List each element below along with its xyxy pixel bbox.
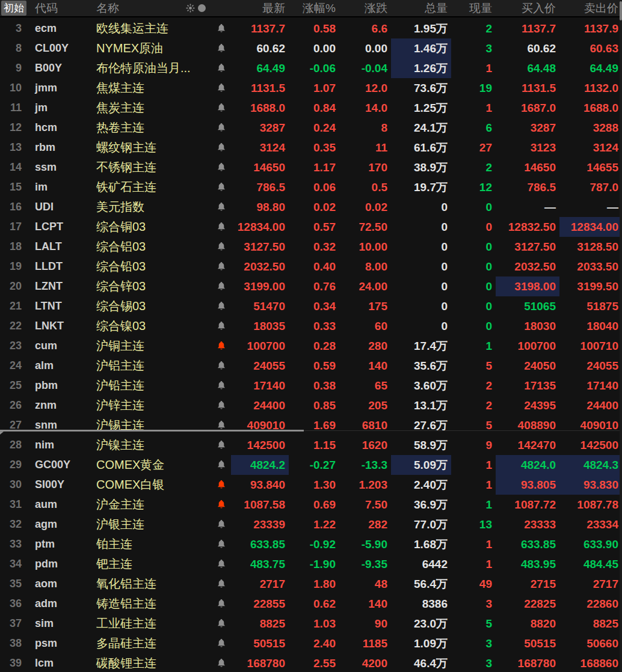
table-row[interactable]: 8 CL00Y NYMEX原油 60.62 0.00 0.00 1.46万 3 … bbox=[0, 38, 622, 58]
symbol-code: LNKT bbox=[29, 320, 91, 332]
alert-bell-icon[interactable] bbox=[212, 58, 231, 78]
alert-bell-icon[interactable] bbox=[212, 118, 231, 138]
alert-bell-icon[interactable] bbox=[212, 554, 231, 574]
row-number: 31 bbox=[0, 498, 29, 511]
table-row[interactable]: 21 LTNT 综合锡03 51470 0.34 175 0 0 51065 5… bbox=[0, 296, 622, 316]
table-row[interactable]: 22 LNKT 综合镍03 18035 0.33 60 0 0 18030 18… bbox=[0, 316, 622, 336]
alert-bell-icon[interactable] bbox=[212, 138, 231, 157]
col-header-bid[interactable]: 买入价 bbox=[496, 1, 559, 16]
change-value: 0.02 bbox=[339, 197, 391, 217]
bid-price: 60.62 bbox=[496, 38, 559, 58]
alert-bell-icon[interactable] bbox=[212, 356, 231, 376]
pane-splitter-handle[interactable] bbox=[0, 430, 304, 432]
table-row[interactable]: 24 alm 沪铝主连 24055 0.59 140 35.6万 5 24050… bbox=[0, 356, 622, 376]
alert-bell-icon[interactable] bbox=[212, 534, 231, 554]
table-row[interactable]: 17 LCPT 综合铜03 12834.00 0.57 72.50 0 0 12… bbox=[0, 217, 622, 237]
alert-bell-icon[interactable] bbox=[212, 197, 231, 217]
table-row[interactable]: 34 pdm 钯主连 483.75 -1.90 -9.35 6442 1 483… bbox=[0, 554, 622, 574]
alert-bell-icon[interactable] bbox=[212, 614, 231, 634]
symbol-code: nim bbox=[29, 439, 91, 451]
table-row[interactable]: 14 ssm 不锈钢主连 14650 1.17 170 38.9万 2 1465… bbox=[0, 157, 622, 177]
current-volume: 1 bbox=[451, 336, 496, 356]
change-value: 8 bbox=[339, 118, 391, 138]
col-header-last[interactable]: 最新 bbox=[231, 1, 289, 16]
alert-bell-icon[interactable] bbox=[212, 594, 231, 614]
initial-sort-button[interactable]: 初始 bbox=[1, 1, 26, 16]
table-row[interactable]: 19 LLDT 综合铅03 2032.50 0.40 8.00 0 0 2032… bbox=[0, 257, 622, 276]
circle-icon[interactable] bbox=[198, 4, 206, 12]
alert-bell-icon[interactable] bbox=[212, 157, 231, 177]
alert-bell-icon[interactable] bbox=[212, 435, 231, 455]
table-row[interactable]: 31 aum 沪金主连 1087.58 0.69 7.50 36.9万 1 10… bbox=[0, 495, 622, 515]
ask-price: 409010 bbox=[559, 415, 622, 435]
col-header-code[interactable]: 代码 bbox=[29, 1, 91, 16]
bid-price: 633.85 bbox=[496, 534, 559, 554]
alert-bell-icon[interactable] bbox=[212, 177, 231, 197]
bid-price: 8820 bbox=[496, 614, 559, 634]
col-header-name-label: 名称 bbox=[96, 1, 119, 16]
col-header-cur[interactable]: 现量 bbox=[451, 1, 496, 16]
alert-bell-icon[interactable] bbox=[212, 98, 231, 118]
alert-bell-icon[interactable] bbox=[212, 515, 231, 534]
table-row[interactable]: 15 im 铁矿石主连 786.5 0.06 0.5 19.7万 12 786.… bbox=[0, 177, 622, 197]
alert-bell-icon[interactable] bbox=[212, 336, 231, 356]
table-row[interactable]: 36 adm 铸造铝主连 22855 0.62 140 8386 3 22825… bbox=[0, 594, 622, 614]
table-row[interactable]: 37 sim 工业硅主连 8825 1.03 90 23.0万 5 8820 8… bbox=[0, 614, 622, 634]
alert-bell-icon[interactable] bbox=[212, 78, 231, 98]
alert-bell-icon[interactable] bbox=[212, 316, 231, 336]
col-header-vol[interactable]: 总量 bbox=[391, 1, 451, 16]
table-row[interactable]: 32 agm 沪银主连 23339 1.22 282 77.0万 13 2333… bbox=[0, 515, 622, 534]
symbol-name: 焦煤主连 bbox=[91, 80, 212, 96]
alert-bell-icon[interactable] bbox=[212, 475, 231, 495]
col-header-pct[interactable]: 涨幅% bbox=[289, 1, 339, 16]
table-row[interactable]: 12 hcm 热卷主连 3287 0.24 8 24.1万 6 3287 328… bbox=[0, 118, 622, 138]
table-row[interactable]: 10 jmm 焦煤主连 1131.5 1.07 12.0 73.6万 19 11… bbox=[0, 78, 622, 98]
alert-bell-icon[interactable] bbox=[212, 396, 231, 415]
table-row[interactable]: 9 B00Y 布伦特原油当月... 64.49 -0.06 -0.04 1.26… bbox=[0, 58, 622, 78]
alert-bell-icon[interactable] bbox=[212, 415, 231, 435]
alert-bell-icon[interactable] bbox=[212, 455, 231, 475]
table-row[interactable]: 23 cum 沪铜主连 100700 0.28 280 17.4万 1 1007… bbox=[0, 336, 622, 356]
alert-bell-icon[interactable] bbox=[212, 217, 231, 237]
ask-price: 24055 bbox=[559, 356, 622, 376]
alert-bell-icon[interactable] bbox=[212, 276, 231, 296]
table-row[interactable]: 28 nim 沪镍主连 142500 1.15 1620 58.9万 9 142… bbox=[0, 435, 622, 455]
vertical-scrollbar[interactable] bbox=[620, 0, 622, 672]
table-row[interactable]: 26 znm 沪锌主连 24400 0.85 205 13.1万 2 24395… bbox=[0, 396, 622, 415]
table-row[interactable]: 38 psm 多晶硅主连 50515 2.40 1185 1.09万 3 505… bbox=[0, 634, 622, 653]
change-value: 24.00 bbox=[339, 276, 391, 296]
col-header-name[interactable]: 名称 bbox=[91, 1, 212, 16]
table-row[interactable]: 11 jm 焦炭主连 1688.0 0.84 14.0 1.25万 1 1687… bbox=[0, 98, 622, 118]
alert-bell-icon[interactable] bbox=[212, 237, 231, 257]
alert-bell-icon[interactable] bbox=[212, 19, 231, 38]
table-row[interactable]: 3 ecm 欧线集运主连 1137.7 0.58 6.6 1.95万 2 113… bbox=[0, 19, 622, 38]
symbol-name: 螺纹钢主连 bbox=[91, 139, 212, 156]
alert-bell-icon[interactable] bbox=[212, 257, 231, 276]
scrollbar-thumb[interactable] bbox=[620, 1, 622, 20]
sunburst-icon[interactable] bbox=[186, 4, 195, 13]
alert-bell-icon[interactable] bbox=[212, 495, 231, 515]
col-header-ask[interactable]: 卖出价 bbox=[559, 1, 622, 16]
table-row[interactable]: 27 snm 沪锡主连 409010 1.69 6810 27.6万 5 408… bbox=[0, 415, 622, 435]
alert-bell-icon[interactable] bbox=[212, 634, 231, 653]
alert-bell-icon[interactable] bbox=[212, 574, 231, 594]
table-row[interactable]: 16 UDI 美元指数 98.80 0.02 0.02 0 0 — — bbox=[0, 197, 622, 217]
total-volume: 2.40万 bbox=[391, 475, 451, 495]
last-price: 60.62 bbox=[231, 38, 289, 58]
table-row[interactable]: 20 LZNT 综合锌03 3199.00 0.76 24.00 0 0 319… bbox=[0, 276, 622, 296]
table-row[interactable]: 18 LALT 综合铝03 3127.50 0.32 10.00 0 0 312… bbox=[0, 237, 622, 257]
alert-bell-icon[interactable] bbox=[212, 296, 231, 316]
total-volume: 23.0万 bbox=[391, 614, 451, 634]
alert-bell-icon[interactable] bbox=[212, 653, 231, 672]
table-row[interactable]: 13 rbm 螺纹钢主连 3124 0.35 11 61.6万 27 3123 … bbox=[0, 138, 622, 157]
total-volume: 17.4万 bbox=[391, 336, 451, 356]
table-row[interactable]: 39 lcm 碳酸锂主连 168780 2.55 4200 46.4万 3 16… bbox=[0, 653, 622, 672]
col-header-chg[interactable]: 涨跌 bbox=[339, 1, 391, 16]
table-row[interactable]: 29 GC00Y COMEX黄金 4824.2 -0.27 -13.3 5.09… bbox=[0, 455, 622, 475]
table-row[interactable]: 33 ptm 铂主连 633.85 -0.92 -5.90 1.68万 1 63… bbox=[0, 534, 622, 554]
alert-bell-icon[interactable] bbox=[212, 38, 231, 58]
table-row[interactable]: 35 aom 氧化铝主连 2717 1.80 48 56.4万 49 2715 … bbox=[0, 574, 622, 594]
table-row[interactable]: 30 SI00Y COMEX白银 93.840 1.30 1.203 2.40万… bbox=[0, 475, 622, 495]
alert-bell-icon[interactable] bbox=[212, 376, 231, 396]
table-row[interactable]: 25 pbm 沪铅主连 17140 0.38 65 3.60万 2 17135 … bbox=[0, 376, 622, 396]
